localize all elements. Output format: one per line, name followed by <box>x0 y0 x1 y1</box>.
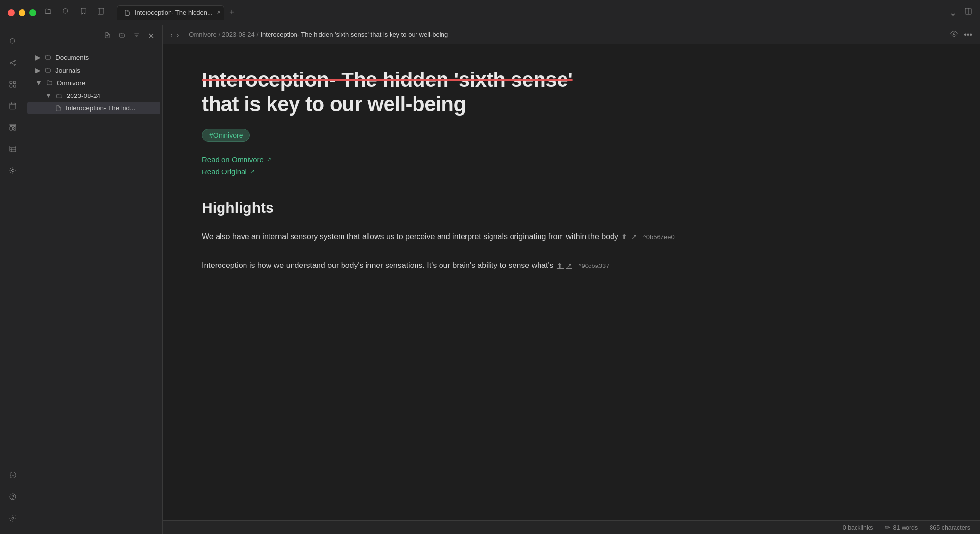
svg-rect-15 <box>10 85 12 87</box>
folder-open-icon-date <box>56 92 63 99</box>
backlinks-count: 0 backlinks <box>843 524 873 531</box>
sidebar-tree: ▶ Documents ▶ Journals ▼ Omnivore ▼ 2023… <box>25 47 162 534</box>
highlights-heading: Highlights <box>202 199 711 216</box>
highlight-1-anchor[interactable]: ⬆ <box>621 233 629 241</box>
titlebar-right: ⌄ <box>949 7 972 18</box>
chevron-down-icon-omnivore: ▼ <box>35 79 42 87</box>
svg-point-32 <box>12 517 14 519</box>
read-omnivore-link[interactable]: Read on Omnivore ↗ <box>202 155 711 164</box>
omnivore-tag[interactable]: #Omnivore <box>202 129 250 142</box>
tab-close-icon[interactable]: ✕ <box>217 9 221 16</box>
status-bar: 0 backlinks ✏ 81 words 865 characters <box>163 520 980 534</box>
view-icon[interactable] <box>950 30 958 40</box>
external-link-icon-2: ↗ <box>250 168 255 175</box>
svg-rect-24 <box>13 129 16 130</box>
breadcrumb-date[interactable]: 2023-08-24 <box>222 31 255 38</box>
documents-label: Documents <box>55 54 89 61</box>
highlight-2-text: Interoception is how we understand our b… <box>202 259 711 272</box>
svg-line-11 <box>11 61 14 63</box>
read-omnivore-text: Read on Omnivore <box>202 155 264 164</box>
grid-activity-icon[interactable] <box>3 74 23 94</box>
active-tab[interactable]: Interoception- The hidden... ✕ <box>117 5 224 20</box>
svg-rect-2 <box>98 8 104 14</box>
split-view-icon[interactable] <box>964 7 972 18</box>
svg-rect-21 <box>10 124 16 126</box>
close-sidebar-icon[interactable]: ✕ <box>146 29 156 43</box>
activity-bar-bottom <box>3 465 23 528</box>
breadcrumb-bar: ‹ › Omnivore / 2023-08-24 / Interoceptio… <box>163 25 980 44</box>
calendar-activity-icon[interactable] <box>3 96 23 116</box>
svg-point-9 <box>14 60 15 62</box>
add-tab-button[interactable]: + <box>226 7 238 18</box>
settings-activity-icon[interactable] <box>3 509 23 528</box>
minimize-button[interactable] <box>19 9 25 16</box>
doc-title: Interoception- The hidden 'sixth sense' … <box>202 68 711 117</box>
backlinks-status: 0 backlinks <box>843 524 873 531</box>
highlight-2-link-icon[interactable]: ↗ <box>566 262 572 269</box>
new-folder-icon[interactable] <box>117 30 127 43</box>
highlight-1-ref: ^0b567ee0 <box>643 233 675 241</box>
chevron-down-icon-date: ▼ <box>45 92 52 99</box>
breadcrumb-forward[interactable]: › <box>177 31 179 39</box>
highlight-2: Interoception is how we understand our b… <box>202 259 711 272</box>
window-controls <box>8 9 36 16</box>
chevron-down-icon[interactable]: ⌄ <box>949 7 956 18</box>
highlight-1-text: We also have an internal sensory system … <box>202 230 711 243</box>
folder-icon[interactable] <box>44 7 52 18</box>
svg-point-31 <box>12 498 13 499</box>
svg-point-29 <box>11 169 14 171</box>
article-label: Interoception- The hid... <box>66 104 135 112</box>
search-icon[interactable] <box>62 7 70 18</box>
doc-content: Interoception- The hidden 'sixth sense' … <box>163 44 751 520</box>
maximize-button[interactable] <box>29 9 36 16</box>
highlight-1: We also have an internal sensory system … <box>202 230 711 243</box>
help-activity-icon[interactable] <box>3 487 23 507</box>
highlight-2-anchor[interactable]: ⬆ <box>557 262 564 269</box>
breadcrumb-nav: ‹ › <box>171 31 179 39</box>
main-layout: ✕ ▶ Documents ▶ Journals ▼ Omnivore <box>0 25 980 534</box>
sidebar-item-journals[interactable]: ▶ Journals <box>27 64 160 76</box>
folder-icon-documents <box>45 54 51 61</box>
new-file-icon[interactable] <box>102 30 113 43</box>
chars-status: 865 characters <box>930 524 970 531</box>
svg-point-0 <box>63 9 68 13</box>
sidebar-toggle-icon[interactable] <box>97 7 105 18</box>
highlight-1-link-icon[interactable]: ↗ <box>631 233 637 241</box>
edit-status-icon: ✏ <box>885 524 890 531</box>
close-button[interactable] <box>8 9 15 16</box>
folder-icon-omnivore <box>46 79 53 86</box>
table-activity-icon[interactable] <box>3 139 23 159</box>
svg-line-12 <box>11 63 14 65</box>
words-count: 81 words <box>893 524 918 531</box>
svg-point-6 <box>10 39 14 43</box>
graph-activity-icon[interactable] <box>3 53 23 73</box>
more-options-icon[interactable]: ••• <box>964 30 972 39</box>
svg-rect-22 <box>10 127 12 130</box>
sort-icon[interactable] <box>131 30 142 43</box>
svg-rect-14 <box>13 81 16 84</box>
search-activity-icon[interactable] <box>3 31 23 51</box>
brain-activity-icon[interactable] <box>3 465 23 485</box>
svg-line-1 <box>67 13 69 15</box>
external-link-icon-1: ↗ <box>267 156 271 163</box>
sidebar-item-omnivore[interactable]: ▼ Omnivore <box>27 76 160 89</box>
sidebar-item-documents[interactable]: ▶ Documents <box>27 51 160 64</box>
sidebar-item-article[interactable]: Interoception- The hid... <box>27 102 160 114</box>
ai-activity-icon[interactable] <box>3 161 23 180</box>
journals-label: Journals <box>55 67 80 74</box>
chars-count: 865 characters <box>930 524 970 531</box>
words-status: ✏ 81 words <box>885 524 918 531</box>
title-line2: that is key to our well-being <box>202 93 466 116</box>
template-activity-icon[interactable] <box>3 118 23 137</box>
read-original-link[interactable]: Read Original ↗ <box>202 168 711 176</box>
bookmark-icon[interactable] <box>79 7 87 18</box>
breadcrumb-omnivore[interactable]: Omnivore <box>189 31 216 38</box>
date-label: 2023-08-24 <box>67 92 100 99</box>
svg-rect-23 <box>13 127 16 128</box>
svg-line-7 <box>14 43 16 45</box>
read-original-text: Read Original <box>202 168 247 176</box>
sidebar-item-date[interactable]: ▼ 2023-08-24 <box>27 89 160 102</box>
breadcrumb-back[interactable]: ‹ <box>171 31 173 39</box>
doc-links: Read on Omnivore ↗ Read Original ↗ <box>202 155 711 176</box>
svg-point-8 <box>10 62 11 64</box>
